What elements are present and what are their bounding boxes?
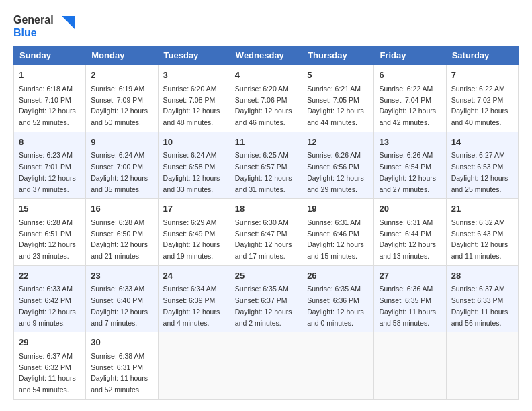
weekday-header-saturday: Saturday <box>446 46 518 65</box>
calendar-cell: 19Sunrise: 6:31 AMSunset: 6:46 PMDayligh… <box>302 199 374 266</box>
cell-info: Sunrise: 6:28 AMSunset: 6:51 PMDaylight:… <box>19 218 76 260</box>
weekday-header-thursday: Thursday <box>302 46 374 65</box>
calendar-cell: 3Sunrise: 6:20 AMSunset: 7:08 PMDaylight… <box>158 65 230 132</box>
weekday-header-monday: Monday <box>86 46 158 65</box>
cell-info: Sunrise: 6:31 AMSunset: 6:44 PMDaylight:… <box>379 218 436 260</box>
calendar-cell: 16Sunrise: 6:28 AMSunset: 6:50 PMDayligh… <box>86 199 158 266</box>
calendar-cell: 30Sunrise: 6:38 AMSunset: 6:31 PMDayligh… <box>86 332 158 400</box>
day-number: 20 <box>379 202 441 216</box>
day-number: 9 <box>91 136 152 149</box>
day-number: 19 <box>307 202 369 216</box>
cell-info: Sunrise: 6:18 AMSunset: 7:10 PMDaylight:… <box>19 85 76 126</box>
day-number: 25 <box>235 269 297 283</box>
calendar-cell: 14Sunrise: 6:27 AMSunset: 6:53 PMDayligh… <box>446 132 518 199</box>
cell-info: Sunrise: 6:27 AMSunset: 6:53 PMDaylight:… <box>451 151 508 193</box>
day-number: 3 <box>163 68 225 82</box>
cell-info: Sunrise: 6:35 AMSunset: 6:37 PMDaylight:… <box>235 285 292 326</box>
day-number: 8 <box>19 136 81 149</box>
day-number: 4 <box>235 68 297 82</box>
calendar-cell <box>302 332 374 400</box>
calendar-cell: 26Sunrise: 6:35 AMSunset: 6:36 PMDayligh… <box>302 265 374 332</box>
calendar-cell: 17Sunrise: 6:29 AMSunset: 6:49 PMDayligh… <box>158 199 230 266</box>
calendar-cell: 23Sunrise: 6:33 AMSunset: 6:40 PMDayligh… <box>86 265 158 332</box>
day-number: 7 <box>451 68 513 82</box>
cell-info: Sunrise: 6:33 AMSunset: 6:40 PMDaylight:… <box>91 285 148 326</box>
logo: General Blue <box>13 13 75 39</box>
day-number: 30 <box>91 336 152 349</box>
cell-info: Sunrise: 6:28 AMSunset: 6:50 PMDaylight:… <box>91 218 148 260</box>
calendar-cell: 4Sunrise: 6:20 AMSunset: 7:06 PMDaylight… <box>230 65 302 132</box>
day-number: 29 <box>19 336 81 349</box>
cell-info: Sunrise: 6:19 AMSunset: 7:09 PMDaylight:… <box>91 85 148 126</box>
day-number: 5 <box>307 68 369 82</box>
calendar-cell <box>230 332 302 400</box>
cell-info: Sunrise: 6:38 AMSunset: 6:31 PMDaylight:… <box>91 352 148 394</box>
day-number: 11 <box>235 136 297 149</box>
cell-info: Sunrise: 6:29 AMSunset: 6:49 PMDaylight:… <box>163 218 220 260</box>
calendar-cell: 29Sunrise: 6:37 AMSunset: 6:32 PMDayligh… <box>14 332 86 400</box>
day-number: 27 <box>379 269 441 283</box>
calendar-cell: 15Sunrise: 6:28 AMSunset: 6:51 PMDayligh… <box>14 199 86 266</box>
calendar-cell: 10Sunrise: 6:24 AMSunset: 6:58 PMDayligh… <box>158 132 230 199</box>
calendar-cell <box>158 332 230 400</box>
weekday-header-sunday: Sunday <box>14 46 86 65</box>
calendar-cell: 5Sunrise: 6:21 AMSunset: 7:05 PMDaylight… <box>302 65 374 132</box>
calendar-cell: 2Sunrise: 6:19 AMSunset: 7:09 PMDaylight… <box>86 65 158 132</box>
day-number: 15 <box>19 202 81 216</box>
day-number: 17 <box>163 202 225 216</box>
calendar-cell: 13Sunrise: 6:26 AMSunset: 6:54 PMDayligh… <box>374 132 446 199</box>
day-number: 13 <box>379 136 441 149</box>
weekday-header-friday: Friday <box>374 46 446 65</box>
day-number: 18 <box>235 202 297 216</box>
cell-info: Sunrise: 6:20 AMSunset: 7:08 PMDaylight:… <box>163 85 220 126</box>
calendar-cell: 22Sunrise: 6:33 AMSunset: 6:42 PMDayligh… <box>14 265 86 332</box>
calendar-cell: 12Sunrise: 6:26 AMSunset: 6:56 PMDayligh… <box>302 132 374 199</box>
day-number: 10 <box>163 136 225 149</box>
calendar-cell: 18Sunrise: 6:30 AMSunset: 6:47 PMDayligh… <box>230 199 302 266</box>
day-number: 26 <box>307 269 369 283</box>
cell-info: Sunrise: 6:24 AMSunset: 6:58 PMDaylight:… <box>163 151 220 193</box>
cell-info: Sunrise: 6:26 AMSunset: 6:54 PMDaylight:… <box>379 151 436 193</box>
logo-chevron-icon <box>55 16 75 36</box>
calendar-cell: 8Sunrise: 6:23 AMSunset: 7:01 PMDaylight… <box>14 132 86 199</box>
calendar-cell: 21Sunrise: 6:32 AMSunset: 6:43 PMDayligh… <box>446 199 518 266</box>
calendar-cell: 20Sunrise: 6:31 AMSunset: 6:44 PMDayligh… <box>374 199 446 266</box>
weekday-header-wednesday: Wednesday <box>230 46 302 65</box>
header: General Blue <box>13 13 519 39</box>
cell-info: Sunrise: 6:22 AMSunset: 7:04 PMDaylight:… <box>379 85 436 126</box>
day-number: 23 <box>91 269 152 283</box>
cell-info: Sunrise: 6:26 AMSunset: 6:56 PMDaylight:… <box>307 151 364 193</box>
day-number: 6 <box>379 68 441 82</box>
calendar-table: SundayMondayTuesdayWednesdayThursdayFrid… <box>13 46 519 400</box>
cell-info: Sunrise: 6:34 AMSunset: 6:39 PMDaylight:… <box>163 285 220 326</box>
cell-info: Sunrise: 6:23 AMSunset: 7:01 PMDaylight:… <box>19 151 76 193</box>
calendar-cell <box>374 332 446 400</box>
day-number: 21 <box>451 202 513 216</box>
calendar-cell: 7Sunrise: 6:22 AMSunset: 7:02 PMDaylight… <box>446 65 518 132</box>
calendar-cell: 6Sunrise: 6:22 AMSunset: 7:04 PMDaylight… <box>374 65 446 132</box>
calendar-cell: 11Sunrise: 6:25 AMSunset: 6:57 PMDayligh… <box>230 132 302 199</box>
day-number: 24 <box>163 269 225 283</box>
cell-info: Sunrise: 6:35 AMSunset: 6:36 PMDaylight:… <box>307 285 364 326</box>
weekday-header-tuesday: Tuesday <box>158 46 230 65</box>
cell-info: Sunrise: 6:24 AMSunset: 7:00 PMDaylight:… <box>91 151 148 193</box>
calendar-cell: 28Sunrise: 6:37 AMSunset: 6:33 PMDayligh… <box>446 265 518 332</box>
day-number: 28 <box>451 269 513 283</box>
cell-info: Sunrise: 6:31 AMSunset: 6:46 PMDaylight:… <box>307 218 364 260</box>
cell-info: Sunrise: 6:37 AMSunset: 6:33 PMDaylight:… <box>451 285 508 326</box>
cell-info: Sunrise: 6:36 AMSunset: 6:35 PMDaylight:… <box>379 285 436 326</box>
cell-info: Sunrise: 6:21 AMSunset: 7:05 PMDaylight:… <box>307 85 364 126</box>
cell-info: Sunrise: 6:20 AMSunset: 7:06 PMDaylight:… <box>235 85 292 126</box>
day-number: 14 <box>451 136 513 149</box>
logo-graphic: General Blue <box>13 13 75 39</box>
cell-info: Sunrise: 6:30 AMSunset: 6:47 PMDaylight:… <box>235 218 292 260</box>
cell-info: Sunrise: 6:33 AMSunset: 6:42 PMDaylight:… <box>19 285 76 326</box>
calendar-cell: 25Sunrise: 6:35 AMSunset: 6:37 PMDayligh… <box>230 265 302 332</box>
calendar-cell: 24Sunrise: 6:34 AMSunset: 6:39 PMDayligh… <box>158 265 230 332</box>
calendar-cell: 9Sunrise: 6:24 AMSunset: 7:00 PMDaylight… <box>86 132 158 199</box>
cell-info: Sunrise: 6:25 AMSunset: 6:57 PMDaylight:… <box>235 151 292 193</box>
cell-info: Sunrise: 6:32 AMSunset: 6:43 PMDaylight:… <box>451 218 508 260</box>
cell-info: Sunrise: 6:37 AMSunset: 6:32 PMDaylight:… <box>19 352 76 394</box>
calendar-cell: 27Sunrise: 6:36 AMSunset: 6:35 PMDayligh… <box>374 265 446 332</box>
calendar-cell <box>446 332 518 400</box>
